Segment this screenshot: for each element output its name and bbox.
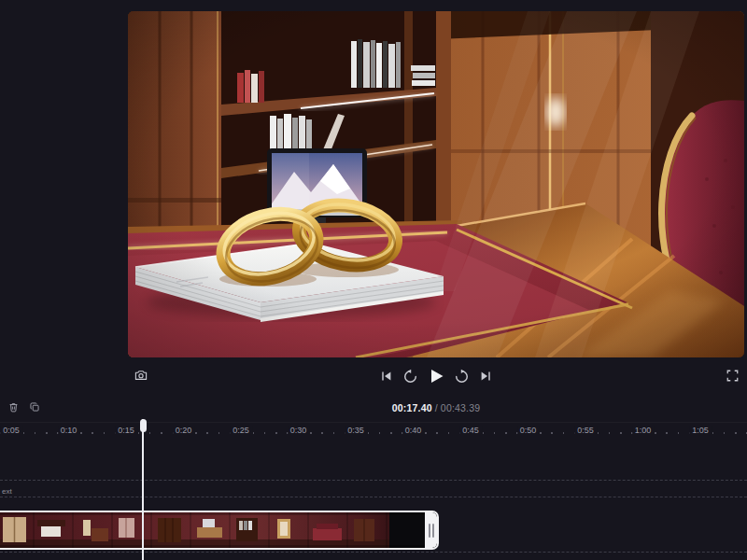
ruler-label: 0:10 (58, 426, 80, 435)
rewind-icon (402, 369, 418, 385)
play-button[interactable] (427, 367, 445, 385)
ruler-label: 0:45 (459, 426, 482, 435)
duplicate-icon (29, 401, 41, 413)
delete-button[interactable] (7, 401, 20, 413)
duplicate-button[interactable] (29, 401, 41, 413)
player-controls (128, 365, 744, 387)
skip-to-end-button[interactable] (478, 369, 493, 384)
play-icon (427, 367, 445, 385)
ruler-label: 0:20 (173, 426, 195, 435)
playhead-handle[interactable] (140, 419, 147, 432)
ruler-label: 1:00 (632, 426, 655, 435)
ruler-label: 0:05 (0, 426, 22, 435)
clip-trim-handle-right[interactable] (425, 512, 437, 548)
timecode-current: 00:17.40 (392, 402, 432, 413)
skip-to-start-button[interactable] (379, 369, 394, 384)
snapshot-button[interactable] (134, 368, 148, 383)
timecode-display: 00:17.40/00:43.39 (128, 402, 744, 414)
ruler-label: 0:55 (574, 426, 597, 435)
forward-button[interactable] (454, 369, 470, 385)
track-divider (0, 552, 747, 553)
skip-start-icon (379, 369, 394, 384)
rewind-button[interactable] (402, 369, 418, 385)
timeline-toolbar (7, 401, 41, 413)
camera-icon (134, 368, 148, 383)
timeline-ruler[interactable]: 0:05 0:10 0:15 0:20 0:25 0:30 0:35 0:40 … (0, 422, 747, 441)
ruler-label: 0:35 (345, 426, 367, 435)
ruler-label: 0:15 (115, 426, 137, 435)
skip-end-icon (478, 369, 493, 384)
text-track-label: ext (2, 487, 12, 496)
ruler-label: 0:30 (288, 426, 310, 435)
video-frame (128, 11, 744, 357)
video-clip[interactable] (0, 511, 439, 550)
timecode-separator: / (435, 402, 438, 413)
ruler-label: 0:40 (402, 426, 425, 435)
timecode-total: 00:43.39 (441, 402, 480, 413)
forward-icon (454, 369, 470, 385)
ruler-label: 0:50 (517, 426, 540, 435)
ruler-label: 0:25 (230, 426, 252, 435)
ruler-label: 1:05 (689, 426, 712, 435)
playhead[interactable] (142, 419, 144, 560)
text-track-row: ext (0, 480, 747, 497)
video-preview[interactable] (128, 11, 744, 357)
fullscreen-button[interactable] (726, 369, 740, 383)
fullscreen-icon (726, 369, 740, 383)
trash-icon (7, 401, 20, 413)
clip-thumbnails (0, 512, 425, 548)
